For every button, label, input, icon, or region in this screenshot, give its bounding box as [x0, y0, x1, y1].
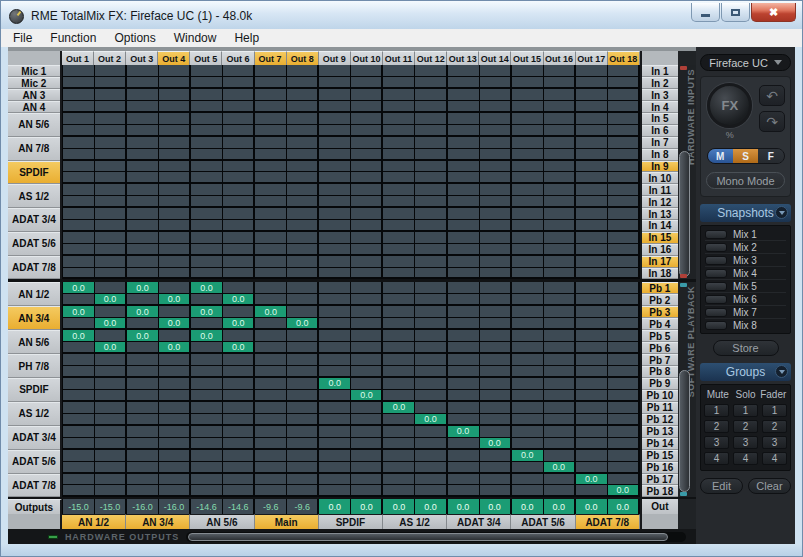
matrix-cell[interactable]: [223, 184, 255, 196]
matrix-cell[interactable]: [448, 137, 480, 149]
matrix-cell[interactable]: [319, 196, 351, 208]
matrix-cell[interactable]: [544, 161, 576, 173]
matrix-cell[interactable]: [127, 256, 159, 268]
matrix-cell[interactable]: [191, 244, 223, 256]
matrix-cell[interactable]: [63, 402, 95, 414]
matrix-cell[interactable]: [576, 220, 608, 232]
matrix-cell[interactable]: [95, 77, 127, 89]
matrix-cell[interactable]: [512, 426, 544, 438]
matrix-cell[interactable]: [383, 208, 415, 220]
matrix-cell[interactable]: [351, 65, 383, 77]
matrix-cell[interactable]: [544, 113, 576, 125]
matrix-cell[interactable]: [512, 220, 544, 232]
matrix-cell[interactable]: [159, 390, 191, 402]
channel-label[interactable]: Pb 3: [642, 306, 678, 318]
matrix-cell[interactable]: [319, 402, 351, 414]
matrix-cell[interactable]: [255, 220, 287, 232]
matrix-cell[interactable]: [512, 113, 544, 125]
matrix-cell[interactable]: [544, 184, 576, 196]
solo-group-button[interactable]: 2: [733, 420, 758, 433]
matrix-cell[interactable]: [63, 342, 95, 354]
matrix-cell[interactable]: [544, 65, 576, 77]
matrix-cell[interactable]: [287, 149, 319, 161]
matrix-cell[interactable]: [512, 306, 544, 318]
matrix-cell[interactable]: [127, 390, 159, 402]
matrix-cell[interactable]: [608, 282, 640, 294]
matrix-cell[interactable]: [287, 342, 319, 354]
matrix-cell[interactable]: [608, 184, 640, 196]
matrix-cell[interactable]: [223, 462, 255, 474]
matrix-cell-active[interactable]: 0.0: [63, 306, 95, 318]
matrix-cell[interactable]: [383, 450, 415, 462]
matrix-cell[interactable]: [95, 101, 127, 113]
matrix-cell[interactable]: [351, 414, 383, 426]
channel-label[interactable]: SPDIF: [8, 161, 60, 185]
matrix-cell[interactable]: [415, 402, 447, 414]
matrix-cell[interactable]: [319, 342, 351, 354]
output-group-label[interactable]: AS 1/2: [383, 514, 447, 529]
matrix-cell[interactable]: [159, 161, 191, 173]
matrix-cell[interactable]: [415, 256, 447, 268]
matrix-cell[interactable]: [159, 378, 191, 390]
matrix-cell[interactable]: [448, 125, 480, 137]
matrix-cell-active[interactable]: 0.0: [480, 438, 512, 450]
matrix-cell[interactable]: [223, 77, 255, 89]
matrix-cell[interactable]: [383, 89, 415, 101]
matrix-cell[interactable]: [191, 402, 223, 414]
matrix-cell[interactable]: [448, 196, 480, 208]
matrix-cell[interactable]: [223, 378, 255, 390]
matrix-cell[interactable]: [63, 244, 95, 256]
matrix-cell[interactable]: [191, 256, 223, 268]
matrix-cell[interactable]: [351, 220, 383, 232]
matrix-cell[interactable]: [159, 113, 191, 125]
matrix-cell[interactable]: [159, 414, 191, 426]
matrix-cell[interactable]: [319, 318, 351, 330]
matrix-cell[interactable]: [159, 438, 191, 450]
title-bar[interactable]: RME TotalMix FX: Fireface UC (1) - 48.0k…: [1, 1, 802, 29]
device-selector[interactable]: Fireface UC: [700, 54, 791, 71]
matrix-cell[interactable]: [415, 89, 447, 101]
matrix-cell[interactable]: [191, 208, 223, 220]
matrix-cell[interactable]: [512, 485, 544, 497]
snapshot-select-button[interactable]: [705, 321, 727, 330]
matrix-cell[interactable]: [576, 208, 608, 220]
matrix-cell[interactable]: [576, 282, 608, 294]
matrix-cell[interactable]: [255, 402, 287, 414]
matrix-cell[interactable]: [415, 244, 447, 256]
matrix-cell[interactable]: [191, 196, 223, 208]
matrix-cell[interactable]: [383, 161, 415, 173]
matrix-cell[interactable]: [319, 89, 351, 101]
matrix-cell[interactable]: [576, 268, 608, 280]
matrix-cell[interactable]: [159, 65, 191, 77]
matrix-cell[interactable]: [223, 354, 255, 366]
m-button[interactable]: M: [708, 149, 733, 163]
matrix-cell[interactable]: [127, 149, 159, 161]
matrix-cell[interactable]: [319, 184, 351, 196]
channel-label[interactable]: AN 5/6: [8, 113, 60, 137]
matrix-cell[interactable]: [287, 89, 319, 101]
matrix-cell[interactable]: [576, 450, 608, 462]
channel-label[interactable]: Pb 1: [642, 282, 678, 294]
matrix-cell[interactable]: [576, 378, 608, 390]
matrix-cell[interactable]: [63, 149, 95, 161]
matrix-cell[interactable]: [95, 414, 127, 426]
matrix-cell[interactable]: [480, 161, 512, 173]
matrix-cell[interactable]: [351, 294, 383, 306]
matrix-cell[interactable]: [544, 426, 576, 438]
matrix-cell[interactable]: [608, 101, 640, 113]
matrix-cell[interactable]: [255, 354, 287, 366]
matrix-cell[interactable]: [448, 378, 480, 390]
matrix-cell[interactable]: [576, 426, 608, 438]
matrix-cell[interactable]: [223, 438, 255, 450]
matrix-cell[interactable]: [95, 149, 127, 161]
output-gain-cell[interactable]: 0.0: [576, 499, 608, 514]
matrix-cell[interactable]: [159, 354, 191, 366]
matrix-cell[interactable]: [255, 149, 287, 161]
matrix-cell[interactable]: [576, 354, 608, 366]
matrix-cell[interactable]: [383, 256, 415, 268]
matrix-cell[interactable]: [287, 438, 319, 450]
snapshots-collapse-button[interactable]: [775, 206, 788, 219]
matrix-cell[interactable]: [255, 101, 287, 113]
matrix-cell[interactable]: [287, 330, 319, 342]
matrix-cell[interactable]: [512, 474, 544, 486]
